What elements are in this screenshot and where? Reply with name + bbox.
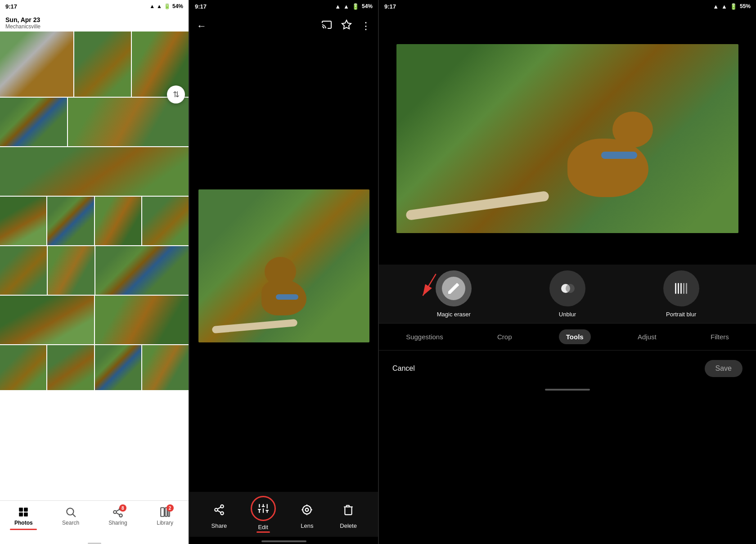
svg-marker-15 bbox=[342, 20, 351, 29]
dog-body bbox=[567, 139, 648, 197]
portrait-blur-icon-circle bbox=[663, 270, 699, 306]
magic-eraser-label: Magic eraser bbox=[437, 311, 471, 318]
bone bbox=[405, 191, 549, 220]
battery-edit: 54% bbox=[362, 3, 373, 9]
tools-footer: Cancel Save bbox=[379, 350, 756, 386]
svg-rect-3 bbox=[24, 513, 28, 517]
nav-photos[interactable]: Photos bbox=[0, 504, 47, 530]
svg-rect-43 bbox=[683, 283, 684, 294]
lens-label: Lens bbox=[301, 522, 313, 529]
wifi-icon: ▲ bbox=[149, 3, 155, 9]
tab-crop[interactable]: Crop bbox=[490, 329, 519, 344]
edit-top-toolbar: ← ⋮ bbox=[189, 13, 378, 40]
photo-cell[interactable] bbox=[0, 197, 46, 245]
photo-cell[interactable] bbox=[95, 345, 141, 390]
photo-cell[interactable] bbox=[48, 246, 94, 295]
svg-point-31 bbox=[306, 508, 309, 511]
tools-main-photo bbox=[396, 44, 738, 233]
photo-cell[interactable] bbox=[74, 31, 131, 97]
edit-bottom-bar: Share Edit bbox=[189, 492, 378, 537]
save-button[interactable]: Save bbox=[705, 360, 742, 377]
svg-point-8 bbox=[119, 514, 122, 517]
svg-line-19 bbox=[217, 510, 220, 512]
sharing-badge: 8 bbox=[119, 504, 126, 512]
tab-suggestions[interactable]: Suggestions bbox=[399, 329, 450, 344]
status-icons-edit: ▲ ▲ 🔋 54% bbox=[335, 3, 373, 10]
svg-rect-0 bbox=[19, 508, 23, 512]
portrait-blur-label: Portrait blur bbox=[666, 311, 696, 318]
share-action[interactable]: Share bbox=[209, 500, 229, 529]
photo-cell[interactable] bbox=[0, 246, 47, 295]
battery-tools: 55% bbox=[740, 3, 751, 9]
back-button[interactable]: ← bbox=[197, 20, 207, 32]
nav-search[interactable]: Search bbox=[47, 504, 94, 526]
tab-filters[interactable]: Filters bbox=[703, 329, 736, 344]
active-underline bbox=[10, 529, 37, 530]
edit-icon-wrapper bbox=[251, 496, 276, 521]
tab-tools[interactable]: Tools bbox=[559, 329, 591, 344]
cancel-button[interactable]: Cancel bbox=[392, 364, 415, 373]
photo-cell[interactable] bbox=[0, 296, 94, 344]
photo-cell[interactable] bbox=[95, 246, 189, 295]
photo-cell[interactable] bbox=[142, 197, 189, 245]
cast-icon[interactable] bbox=[321, 19, 332, 33]
signal-icon-edit: ▲ bbox=[343, 3, 349, 10]
date-header: Sun, Apr 23 Mechanicsville bbox=[0, 13, 189, 31]
nav-library[interactable]: 2 Library bbox=[141, 504, 189, 526]
svg-rect-11 bbox=[161, 508, 164, 517]
photo-cell[interactable] bbox=[47, 197, 94, 245]
tools-panel: 9:17 ▲ ▲ 🔋 55% bbox=[379, 0, 756, 544]
photo-cell[interactable] bbox=[47, 345, 94, 390]
tab-adjust[interactable]: Adjust bbox=[630, 329, 664, 344]
status-bar-photos: 9:17 ▲ ▲ 🔋 54% bbox=[0, 0, 189, 13]
home-indicator-tools bbox=[379, 386, 756, 392]
library-badge: 2 bbox=[166, 504, 174, 512]
magic-eraser-option[interactable]: Magic eraser bbox=[436, 270, 472, 318]
battery-icon-edit: 🔋 bbox=[352, 3, 359, 10]
edit-action[interactable]: Edit bbox=[251, 496, 276, 533]
photo-cell[interactable] bbox=[142, 345, 189, 390]
nav-sharing-label: Sharing bbox=[108, 520, 127, 526]
grid-row-3 bbox=[0, 147, 189, 196]
more-icon[interactable]: ⋮ bbox=[361, 20, 371, 32]
photo-cell[interactable] bbox=[0, 345, 46, 390]
tools-photo-area[interactable] bbox=[379, 13, 756, 265]
unblur-option[interactable]: Unblur bbox=[549, 270, 585, 318]
svg-line-20 bbox=[217, 507, 220, 509]
photo-cell[interactable] bbox=[0, 98, 67, 146]
favorite-icon[interactable] bbox=[341, 19, 352, 33]
portrait-blur-option[interactable]: Portrait blur bbox=[663, 270, 699, 318]
svg-line-10 bbox=[116, 509, 119, 511]
photo-cell[interactable] bbox=[0, 147, 189, 196]
search-icon bbox=[65, 506, 76, 518]
home-bar bbox=[261, 540, 306, 542]
svg-line-9 bbox=[116, 513, 119, 515]
nav-sharing[interactable]: 8 Sharing bbox=[94, 504, 142, 526]
status-time: 9:17 bbox=[5, 3, 17, 10]
delete-action[interactable]: Delete bbox=[338, 500, 358, 529]
wifi-icon-tools: ▲ bbox=[713, 3, 719, 10]
status-bar-tools: 9:17 ▲ ▲ 🔋 55% bbox=[379, 0, 756, 13]
nav-photos-label: Photos bbox=[14, 520, 33, 526]
tools-options-area: Magic eraser Unblur bbox=[379, 265, 756, 323]
share-label: Share bbox=[212, 522, 227, 529]
nav-library-label: Library bbox=[157, 520, 173, 526]
photo-cell[interactable] bbox=[0, 31, 73, 97]
status-time-tools: 9:17 bbox=[384, 3, 396, 10]
main-photo-area[interactable] bbox=[189, 40, 378, 492]
svg-rect-40 bbox=[675, 283, 676, 294]
photo-cell[interactable] bbox=[68, 98, 189, 146]
lens-action[interactable]: Lens bbox=[297, 500, 317, 529]
svg-point-18 bbox=[220, 512, 224, 515]
grid-row-5 bbox=[0, 246, 189, 295]
magic-eraser-icon-circle bbox=[436, 270, 472, 306]
grid-row-4 bbox=[0, 197, 189, 245]
photo-cell[interactable] bbox=[95, 296, 189, 344]
scroll-fab[interactable]: ⇅ bbox=[167, 85, 185, 103]
sharing-icon: 8 bbox=[112, 506, 124, 518]
svg-line-5 bbox=[73, 514, 76, 517]
grid-row-7 bbox=[0, 345, 189, 390]
share-icon bbox=[209, 500, 229, 520]
date-text: Sun, Apr 23 bbox=[5, 16, 183, 23]
photo-cell[interactable] bbox=[95, 197, 141, 245]
